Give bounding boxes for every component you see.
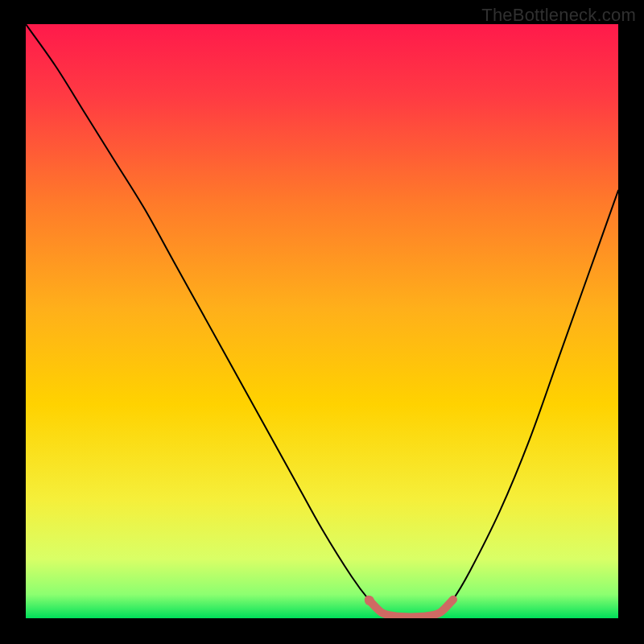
curve-layer xyxy=(26,24,618,618)
optimal-start-dot xyxy=(365,596,374,605)
optimal-range-highlight xyxy=(369,600,453,617)
watermark-text: TheBottleneck.com xyxy=(481,5,636,26)
plot-area xyxy=(26,24,618,618)
bottleneck-curve xyxy=(26,24,618,617)
chart-frame: TheBottleneck.com xyxy=(0,0,644,644)
